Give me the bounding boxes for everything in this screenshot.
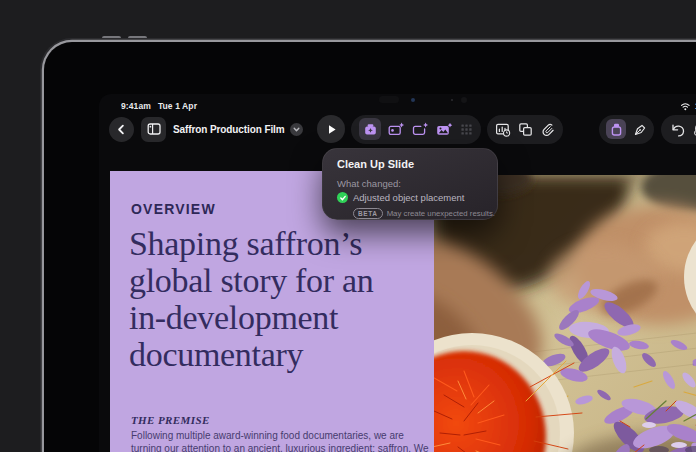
popup-beta-row: BETA May create unexpected results. <box>353 208 495 219</box>
check-circle-icon <box>337 192 348 203</box>
toolbar-right <box>599 114 696 144</box>
attachment-button[interactable] <box>540 122 555 137</box>
insert-chart-icon <box>495 122 511 137</box>
clean-up-slide-popup: Clean Up Slide What changed: Adjusted ob… <box>322 148 498 220</box>
toolbar-center <box>317 114 563 144</box>
chevron-left-icon <box>114 122 129 137</box>
popup-subtitle: What changed: <box>337 178 401 189</box>
ipad-screen: 9:41am Tue 1 Apr 100% Saffron Pro <box>99 94 696 452</box>
play-button[interactable] <box>317 115 345 143</box>
layout-grid-icon-disabled <box>460 123 473 136</box>
slide-navigator-button[interactable] <box>141 117 166 142</box>
chevron-down-icon <box>292 125 301 134</box>
clean-up-tool-button[interactable] <box>606 119 626 139</box>
insert-group <box>487 115 563 144</box>
back-button[interactable] <box>109 117 134 142</box>
draw-icon <box>632 122 647 137</box>
frame-sparkle-button[interactable] <box>412 122 429 137</box>
ai-tools-group <box>351 115 481 144</box>
title-chevron-badge[interactable] <box>290 123 303 136</box>
slide-eyebrow[interactable]: OVERVIEW <box>131 201 216 217</box>
camera-sensor-dot <box>451 99 453 101</box>
slide-body-text[interactable]: Following multiple award-winning food do… <box>131 430 433 452</box>
status-bar-left: 9:41am Tue 1 Apr <box>121 101 197 111</box>
actions-group <box>661 115 696 144</box>
beta-note: May create unexpected results. <box>387 209 495 218</box>
rewrite-slide-icon <box>388 122 405 137</box>
ipad-frame: 9:41am Tue 1 Apr 100% Saffron Pro <box>44 42 696 452</box>
clean-up-slide-button[interactable] <box>359 118 381 140</box>
image-playground-icon <box>436 122 453 137</box>
shapes-button[interactable] <box>518 122 533 137</box>
shapes-icon <box>518 122 533 137</box>
clean-up-slide-icon <box>363 122 378 137</box>
document-title-menu[interactable]: Saffron Production Film <box>173 123 303 136</box>
draw-button[interactable] <box>632 122 647 137</box>
camera-circle <box>461 97 467 103</box>
undo-icon <box>669 122 685 137</box>
status-date: Tue 1 Apr <box>158 101 197 111</box>
slide-section-label[interactable]: THE PREMISE <box>131 414 210 426</box>
slide-headline[interactable]: Shaping saffron’s global story for an in… <box>129 225 431 373</box>
insert-chart-button[interactable] <box>495 122 511 137</box>
undo-button[interactable] <box>669 122 685 137</box>
navbar: Saffron Production Film <box>109 115 303 143</box>
screenshot-stage: 9:41am Tue 1 Apr 100% Saffron Pro <box>0 0 696 452</box>
frame-sparkle-icon <box>412 122 429 137</box>
popup-title: Clean Up Slide <box>337 158 414 170</box>
popup-change-text: Adjusted object placement <box>353 192 464 203</box>
clean-up-tool-icon <box>609 122 624 137</box>
edit-tools-group <box>599 115 654 144</box>
status-bar-right: 100% <box>680 101 696 111</box>
status-time: 9:41am <box>121 101 151 111</box>
wifi-icon <box>680 102 691 111</box>
paperclip-icon <box>540 122 555 137</box>
beta-badge: BETA <box>353 208 383 219</box>
rewrite-slide-button[interactable] <box>388 122 405 137</box>
layout-grid-icon <box>460 123 473 136</box>
slide-navigator-icon <box>146 121 162 137</box>
play-icon <box>325 123 338 136</box>
popup-change-row: Adjusted object placement <box>337 192 464 203</box>
camera-lens-icon <box>411 98 415 102</box>
document-title: Saffron Production Film <box>173 124 285 135</box>
image-playground-button[interactable] <box>436 122 453 137</box>
camera-pill <box>379 96 399 103</box>
